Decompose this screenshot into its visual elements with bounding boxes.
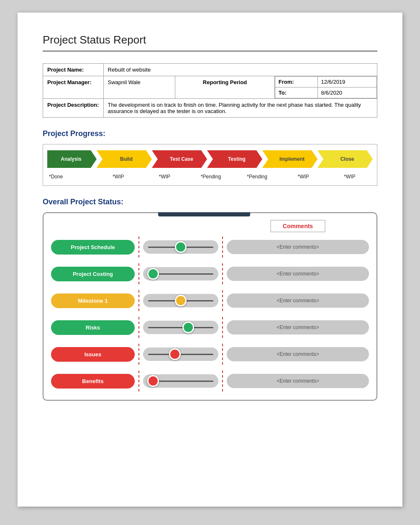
slider-dot-4[interactable] (182, 322, 194, 333)
info-table: Project Name: Rebuilt of website Project… (43, 63, 377, 118)
from-value: 12/6/2019 (318, 77, 377, 88)
divider-8 (222, 317, 223, 338)
pill-milestone-1[interactable]: Milestone 1 (51, 293, 135, 308)
status-header-row: Comments (51, 220, 369, 232)
pipeline-container: Analysis Build Test Case Testing Impleme… (43, 144, 377, 186)
slider-dot-1[interactable] (175, 241, 187, 253)
slider-line-4 (148, 327, 213, 328)
divider-11 (138, 371, 139, 391)
stage-testing: Testing (207, 150, 262, 168)
slider-dot-5[interactable] (169, 348, 181, 360)
divider-6 (222, 290, 223, 311)
table-row: Project Costing <Enter comments> (51, 263, 369, 284)
table-row: Project Schedule <Enter comments> (51, 237, 369, 257)
slider-project-costing[interactable] (143, 267, 218, 281)
stage-implement: Implement (262, 150, 318, 168)
comment-2[interactable]: <Enter comments> (227, 267, 369, 281)
divider-10 (222, 344, 223, 365)
comment-6[interactable]: <Enter comments> (227, 374, 369, 388)
slider-dot-6[interactable] (147, 375, 159, 387)
comments-label-cell: Comments (227, 220, 369, 232)
slider-line-5 (148, 354, 213, 355)
stage-close: Close (318, 150, 373, 168)
project-name-label: Project Name: (43, 64, 104, 76)
divider-3 (138, 263, 139, 284)
table-row: Risks <Enter comments> (51, 317, 369, 338)
divider-5 (138, 290, 139, 311)
report-title: Project Status Report (43, 33, 377, 46)
overall-status-title: Overall Project Status: (43, 198, 377, 206)
status-top-bar (158, 212, 250, 216)
project-description-label: Project Description: (43, 99, 104, 118)
table-row: Benefits <Enter comments> (51, 371, 369, 391)
pill-project-schedule[interactable]: Project Schedule (51, 240, 135, 255)
status-wip-2: *WIP (141, 174, 188, 180)
pill-risks[interactable]: Risks (51, 320, 135, 335)
slider-dot-3[interactable] (175, 295, 187, 306)
stage-testcase: Test Case (152, 150, 207, 168)
comment-1[interactable]: <Enter comments> (227, 240, 369, 254)
project-manager-value: Swapnil Wale (103, 76, 175, 99)
divider-9 (138, 344, 139, 365)
table-row: Issues <Enter comments> (51, 344, 369, 365)
table-row: Milestone 1 <Enter comments> (51, 290, 369, 311)
project-name-value: Rebuilt of website (103, 64, 377, 76)
title-divider (43, 51, 377, 51)
divider-4 (222, 263, 223, 284)
to-value: 8/6/2020 (318, 88, 377, 98)
pill-benefits[interactable]: Benefits (51, 374, 135, 389)
page-container: Project Status Report Project Name: Rebu… (18, 13, 402, 507)
pipeline-labels: *Done *WIP *WIP *Pending *Pending *WIP *… (47, 172, 373, 181)
project-manager-label: Project Manager: (43, 76, 104, 99)
to-label: To: (275, 88, 318, 98)
comments-label: Comments (270, 220, 325, 232)
project-description-value: The development is on track to finish on… (103, 99, 377, 118)
divider-2 (222, 237, 223, 257)
progress-section-title: Project Progress: (43, 129, 377, 138)
stage-analysis: Analysis (47, 150, 97, 168)
slider-issues[interactable] (143, 347, 218, 361)
status-wip-4: *WIP (326, 174, 373, 180)
slider-benefits[interactable] (143, 374, 218, 388)
comment-5[interactable]: <Enter comments> (227, 347, 369, 361)
reporting-period-label: Reporting Period (175, 76, 274, 99)
divider-1 (138, 237, 139, 257)
status-done: *Done (47, 174, 95, 180)
slider-project-schedule[interactable] (143, 240, 218, 254)
from-label: From: (275, 77, 318, 88)
slider-milestone-1[interactable] (143, 294, 218, 307)
pill-issues[interactable]: Issues (51, 347, 135, 362)
divider-7 (138, 317, 139, 338)
status-wip-3: *WIP (280, 174, 327, 180)
status-pending-1: *Pending (188, 174, 234, 180)
divider-12 (222, 371, 223, 391)
slider-dot-2[interactable] (147, 268, 159, 280)
stage-build: Build (97, 150, 152, 168)
status-wip-1: *WIP (95, 174, 142, 180)
pipeline-arrows: Analysis Build Test Case Testing Impleme… (47, 150, 373, 168)
slider-risks[interactable] (143, 321, 218, 334)
comment-4[interactable]: <Enter comments> (227, 320, 369, 335)
status-container: Comments Project Schedule <Enter comment… (43, 212, 377, 401)
comment-3[interactable]: <Enter comments> (227, 293, 369, 308)
status-pending-2: *Pending (234, 174, 280, 180)
pill-project-costing[interactable]: Project Costing (51, 267, 135, 281)
